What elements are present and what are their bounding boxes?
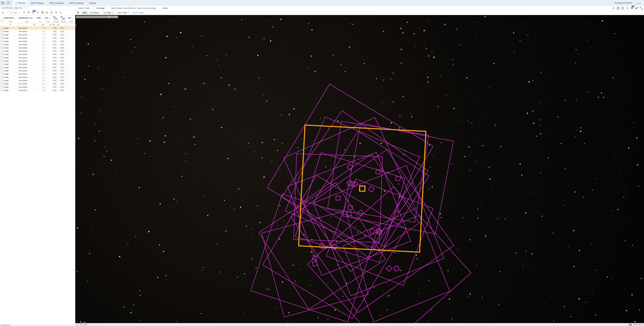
menu-icon[interactable] <box>1 1 4 5</box>
main-tab-label: Upload <box>89 2 96 4</box>
chart-icon <box>15 2 18 4</box>
main-tab-label: Results <box>18 2 26 4</box>
app-logo <box>6 1 11 5</box>
background-monitor-link[interactable]: Background Monitor <box>615 2 632 4</box>
main-tab-label: DP0.3 Catalogs <box>70 2 84 4</box>
svg-point-1 <box>8 2 10 4</box>
main-tab-upload[interactable]: Upload <box>86 0 99 6</box>
top-bar: ResultsDP0.2 ImagesDP0.2 CatalogsDP0.3 C… <box>0 0 644 6</box>
main-tab-dp0-2-images[interactable]: DP0.2 Images <box>28 0 47 6</box>
main-tab-label: DP0.2 Catalogs <box>50 2 64 4</box>
main-tab-label: DP0.2 Images <box>31 2 44 4</box>
main-tab-dp0-3-catalogs[interactable]: DP0.3 Catalogs <box>67 0 86 6</box>
main-tabs: ResultsDP0.2 ImagesDP0.2 CatalogsDP0.3 C… <box>12 0 99 6</box>
main-tab-dp0-2-catalogs[interactable]: DP0.2 Catalogs <box>47 0 66 6</box>
logout-button[interactable]: Logout <box>634 1 643 5</box>
main-tab-results[interactable]: Results <box>12 0 28 6</box>
